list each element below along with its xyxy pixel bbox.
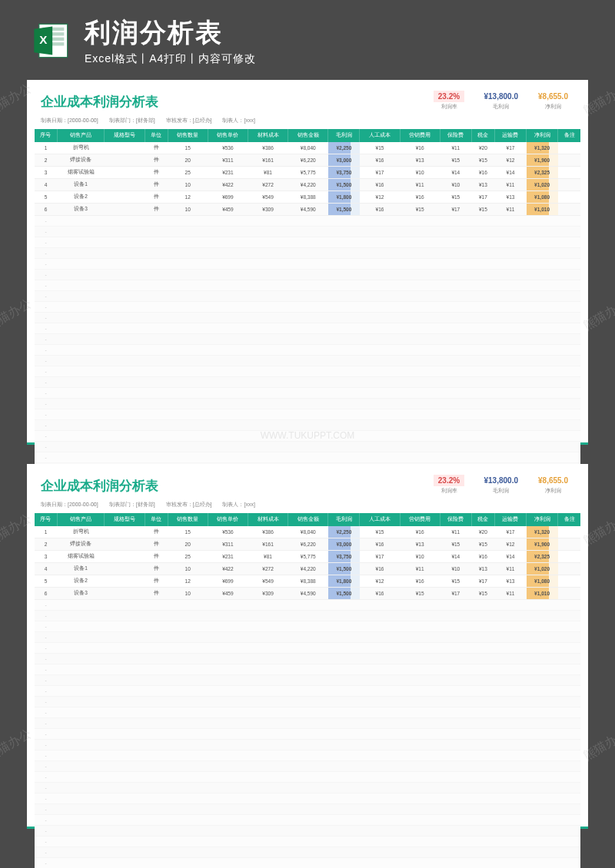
table-cell: ¥5,775 — [288, 551, 328, 563]
table-row: 5设备2件12¥699¥549¥8,388¥1,800¥12¥16¥15¥17¥… — [35, 191, 580, 204]
sheet-info: 制表日期：[2000-00-00] 制表部门：[财务部] 审核发布：[总经办] … — [27, 117, 588, 129]
table-cell — [105, 167, 145, 179]
table-cell: ¥231 — [208, 551, 248, 563]
table-cell: ¥1,020 — [527, 179, 558, 191]
table-cell — [105, 588, 145, 600]
empty-row: - — [35, 323, 580, 334]
empty-row: - — [35, 707, 580, 718]
empty-row: - — [35, 377, 580, 388]
table-cell: ¥11 — [400, 563, 440, 575]
col-header: 销售单价 — [208, 129, 248, 142]
empty-row: - — [35, 291, 580, 302]
table-cell: ¥4,590 — [288, 588, 328, 600]
table-cell: 焊接设备 — [57, 538, 105, 551]
empty-row: - — [35, 280, 580, 291]
empty-row: - — [35, 740, 580, 750]
table-cell: 件 — [145, 179, 168, 191]
table-cell: ¥11 — [440, 526, 471, 538]
table-cell: ¥459 — [208, 588, 248, 600]
table-cell: ¥13 — [494, 191, 526, 204]
table-cell: ¥14 — [494, 167, 526, 179]
table-cell: ¥10 — [400, 551, 440, 563]
col-header: 销售金额 — [288, 129, 328, 142]
table-cell — [558, 575, 580, 588]
empty-row: - — [35, 334, 580, 345]
col-header: 单位 — [145, 129, 168, 142]
table-cell: ¥17 — [494, 526, 526, 538]
table-cell: ¥15 — [440, 154, 471, 167]
table-cell: 2 — [35, 538, 57, 551]
table-row: 4设备1件10¥422¥272¥4,220¥1,500¥16¥11¥10¥13¥… — [35, 179, 580, 191]
table-cell: 6 — [35, 204, 57, 216]
table-cell — [558, 526, 580, 538]
col-header: 销售单价 — [208, 513, 248, 526]
table-cell — [558, 154, 580, 167]
table-cell: ¥15 — [471, 588, 494, 600]
table-cell: 设备1 — [57, 563, 105, 575]
metric-value: ¥13,800.0 — [480, 475, 524, 486]
table-cell: 件 — [145, 538, 168, 551]
spreadsheet-preview-1: 企业成本利润分析表23.2%利润率¥13,800.0毛利润¥8,655.0净利润… — [27, 80, 588, 445]
col-header: 人工成本 — [360, 129, 400, 142]
empty-row: - — [35, 664, 580, 675]
table-cell: ¥15 — [471, 538, 494, 551]
table-cell: 12 — [168, 575, 208, 588]
metric-label: 利润率 — [441, 103, 457, 111]
empty-row: - — [35, 366, 580, 377]
table-cell: ¥15 — [440, 191, 471, 204]
table-cell: 焊接设备 — [57, 154, 105, 167]
col-header: 净利润 — [527, 513, 558, 526]
col-header: 毛利润 — [328, 513, 360, 526]
table-cell: ¥11 — [494, 179, 526, 191]
empty-row: - — [35, 718, 580, 729]
table-cell: ¥386 — [248, 142, 288, 154]
table-cell: ¥549 — [248, 575, 288, 588]
empty-row: - — [35, 388, 580, 399]
col-header: 单位 — [145, 513, 168, 526]
table-cell: ¥15 — [400, 588, 440, 600]
col-header: 人工成本 — [360, 513, 400, 526]
table-cell — [105, 563, 145, 575]
table-cell — [105, 142, 145, 154]
table-cell: ¥8,388 — [288, 191, 328, 204]
summary-metrics: 23.2%利润率¥13,800.0毛利润¥8,655.0净利润 — [428, 91, 575, 111]
metric-value: ¥8,655.0 — [534, 91, 573, 102]
table-cell: ¥272 — [248, 179, 288, 191]
table-cell: 12 — [168, 191, 208, 204]
table-cell: ¥231 — [208, 167, 248, 179]
table-cell — [105, 538, 145, 551]
table-cell: ¥1,500 — [328, 563, 360, 575]
table-cell: ¥3,000 — [328, 154, 360, 167]
table-row: 5设备2件12¥699¥549¥8,388¥1,800¥12¥16¥15¥17¥… — [35, 575, 580, 588]
col-header: 销售数量 — [168, 129, 208, 142]
empty-row: - — [35, 611, 580, 621]
table-cell: ¥1,010 — [527, 588, 558, 600]
table-cell: ¥2,250 — [328, 526, 360, 538]
empty-row: - — [35, 783, 580, 793]
table-cell: ¥16 — [360, 204, 400, 216]
metric-label: 毛利润 — [493, 103, 509, 111]
empty-row: - — [35, 858, 580, 869]
table-cell: ¥17 — [360, 167, 400, 179]
col-header: 运输费 — [494, 513, 526, 526]
col-header: 规格型号 — [105, 129, 145, 142]
col-header: 税金 — [471, 513, 494, 526]
empty-row: - — [35, 270, 580, 280]
table-cell: 10 — [168, 588, 208, 600]
table-cell: ¥13 — [494, 575, 526, 588]
col-header: 备注 — [558, 129, 580, 142]
table-cell: ¥14 — [440, 167, 471, 179]
table-cell: ¥8,388 — [288, 575, 328, 588]
table-cell: 5 — [35, 191, 57, 204]
table-cell: ¥10 — [440, 563, 471, 575]
table-cell: ¥11 — [494, 588, 526, 600]
table-cell: ¥15 — [360, 526, 400, 538]
table-cell: ¥1,900 — [527, 538, 558, 551]
metric-value: 23.2% — [434, 91, 464, 102]
table-cell — [558, 167, 580, 179]
table-cell: ¥1,900 — [527, 154, 558, 167]
table-cell: ¥14 — [494, 551, 526, 563]
table-row: 3烟雾试验箱件25¥231¥81¥5,775¥3,750¥17¥10¥14¥16… — [35, 551, 580, 563]
spreadsheet-preview-2: 企业成本利润分析表23.2%利润率¥13,800.0毛利润¥8,655.0净利润… — [27, 464, 588, 829]
table-cell: ¥2,250 — [328, 142, 360, 154]
